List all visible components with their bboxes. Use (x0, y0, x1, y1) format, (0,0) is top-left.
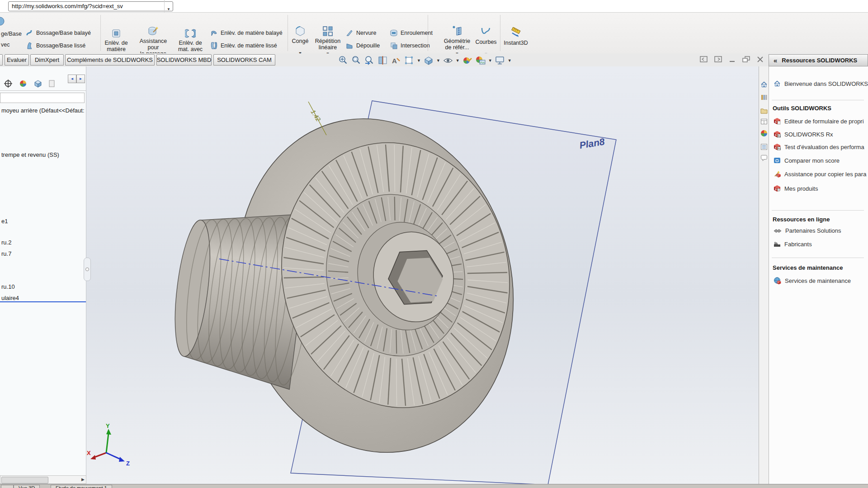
tab-solidworks-cam[interactable]: SOLIDWORKS CAM (213, 54, 275, 66)
solution-partners-link[interactable]: Partenaires Solutions (774, 227, 841, 234)
cut-swept-button[interactable]: Enlèv. de matière balayé (210, 28, 283, 38)
view-settings-button[interactable] (495, 55, 505, 66)
close-button[interactable] (757, 56, 764, 63)
section-view-button[interactable] (377, 55, 388, 66)
tab-complements[interactable]: Compléments de SOLIDWORKS (65, 54, 155, 66)
property-tab-builder-link[interactable]: Editeur de formulaire de propri (774, 117, 864, 125)
reference-geometry-button[interactable]: Géométrie de référ... ▼ (442, 25, 472, 56)
rib-icon (345, 29, 354, 37)
features-ribbon: ge/Base vec ution Bossage/Base balayé Bo… (0, 13, 868, 54)
curves-icon (480, 26, 492, 38)
ribbon-clipped-line2[interactable]: vec (1, 40, 9, 50)
taskpane-collapse-button[interactable]: « (774, 56, 777, 64)
fillet-button[interactable]: Congé ▼ (289, 25, 311, 56)
apply-scene-button[interactable] (475, 55, 486, 66)
browser-address-row: http://my.solidworks.com/mfg/?scid=ext_s… (0, 0, 868, 13)
my-products-link[interactable]: Mes produits (774, 185, 818, 192)
tree-item-selected[interactable]: ulaire4 (1, 295, 19, 301)
divider (164, 0, 165, 12)
tab-evaluer[interactable]: Evaluer (5, 54, 29, 66)
taskpane-resources-icon[interactable] (760, 81, 768, 88)
zoom-to-fit-button[interactable] (338, 55, 349, 66)
tab-clipped[interactable] (49, 80, 55, 88)
instant3d-button[interactable]: Instant3D (502, 27, 530, 46)
tools-section-header: Outils SOLIDWORKS (773, 105, 831, 112)
zoom-to-area-button[interactable] (351, 55, 362, 66)
tree-item-material[interactable]: trempe et revenu (SS) (1, 151, 59, 158)
view-settings-dropdown[interactable]: ▼ (508, 59, 512, 63)
solidworks-rx-link[interactable]: Rx SOLIDWORKS Rx (774, 131, 833, 138)
linear-pattern-button[interactable]: Répétition linéaire ▼ (313, 25, 343, 56)
curves-button[interactable]: Courbes ▼ (474, 26, 498, 56)
tab-solidworks-mbd[interactable]: SOLIDWORKS MBD (156, 54, 212, 66)
draft-button[interactable]: Dépouille (345, 41, 380, 51)
view-orientation-dropdown[interactable]: ▼ (417, 59, 421, 63)
tree-filter-field[interactable] (0, 93, 85, 103)
copy-settings-icon (774, 170, 781, 178)
file-explorer-icon[interactable] (760, 107, 768, 114)
tab-displaymanager[interactable] (19, 80, 27, 88)
subscription-services-link[interactable]: Services de maintenance (774, 277, 851, 285)
model-tab-stub[interactable] (1, 485, 14, 488)
apply-scene-dropdown[interactable]: ▼ (488, 59, 492, 63)
compare-score-link[interactable]: Comparer mon score (774, 157, 840, 164)
boss-loft-button[interactable]: Bossage/Base lissé (25, 41, 85, 51)
axis-y-label: Y (106, 422, 110, 429)
tab-configurationmanager[interactable] (33, 79, 42, 88)
hide-show-items-dropdown[interactable]: ▼ (456, 59, 460, 63)
address-dropdown-icon[interactable]: ▼ (167, 5, 170, 11)
tree-item[interactable]: e1 (1, 218, 8, 225)
tree-item[interactable]: ru.7 (1, 250, 11, 257)
view-orientation-button[interactable] (404, 55, 415, 66)
tree-item[interactable]: ru.10 (1, 283, 15, 290)
taskpane-header: « Ressources SOLIDWORKS (769, 54, 868, 66)
restore-button[interactable] (742, 56, 750, 63)
forum-icon[interactable] (760, 154, 768, 161)
address-bar[interactable]: http://my.solidworks.com/mfg/?scid=ext_s… (8, 1, 173, 11)
annotation-views-button[interactable]: A (391, 55, 401, 66)
cut-loft-button[interactable]: Enlèv. de matière lissé (210, 41, 277, 51)
view-palette-icon[interactable] (760, 118, 768, 125)
manufacturers-link[interactable]: Fabricants (774, 240, 812, 248)
display-style-dropdown[interactable]: ▼ (436, 59, 440, 63)
graphics-area[interactable]: Plan8 1.42 (86, 66, 769, 484)
lofted-cut-icon (210, 42, 218, 50)
tree-forward-button[interactable]: ► (76, 75, 85, 83)
tab-motion-study[interactable]: Etude de mouvement 1 (51, 485, 112, 488)
dimension-value[interactable]: 1.42 (309, 108, 322, 123)
tree-back-button[interactable]: ◄ (68, 75, 76, 83)
welcome-link[interactable]: Bienvenue dans SOLIDWORKS (774, 80, 868, 87)
linear-pattern-icon (322, 25, 334, 37)
scrollbar-thumb[interactable] (1, 477, 48, 483)
performance-test-link[interactable]: Px Test d'évaluation des performa (774, 143, 864, 150)
ribbon-clipped-line1[interactable]: ge/Base (1, 29, 22, 39)
svg-text:Px: Px (778, 147, 781, 150)
minimize-button[interactable] (729, 56, 736, 63)
address-url: http://my.solidworks.com/mfg/?scid=ext_s… (12, 3, 123, 9)
hide-show-items-button[interactable] (443, 55, 453, 66)
copy-settings-wizard-link[interactable]: Assistance pour copier les para (774, 170, 866, 178)
design-library-icon[interactable] (760, 94, 768, 101)
tree-item[interactable]: ru.2 (1, 239, 11, 246)
tree-root-part[interactable]: moyeu arrière (Défaut<<Défaut: (1, 107, 85, 114)
tab-clipped[interactable] (0, 54, 3, 66)
rib-button[interactable]: Nervure (345, 28, 376, 38)
edit-appearance-button[interactable] (462, 55, 473, 66)
appearances-icon[interactable] (760, 130, 768, 137)
collapse-pane-right-button[interactable] (714, 56, 722, 63)
panel-splitter-handle[interactable] (84, 258, 91, 281)
display-style-button[interactable] (423, 55, 434, 66)
scrollbar-right-arrow[interactable]: ▶ (81, 477, 85, 482)
tab-vue-3d[interactable]: Vue 3D (14, 485, 40, 488)
previous-view-button[interactable] (364, 55, 375, 66)
tab-featuremanager[interactable] (4, 79, 13, 88)
tab-dimxpert[interactable]: DimXpert (30, 54, 64, 66)
custom-properties-icon[interactable] (760, 143, 768, 150)
tree-horizontal-scrollbar[interactable]: ▶ (0, 475, 86, 484)
clipped-ribbon-icon[interactable] (0, 16, 6, 26)
boss-swept-button[interactable]: Bossage/Base balayé (25, 28, 91, 38)
splitter-dot (85, 267, 89, 271)
wrap-button[interactable]: Enroulement (390, 28, 433, 38)
collapse-pane-left-button[interactable] (700, 56, 708, 63)
intersect-button[interactable]: Intersection (390, 41, 430, 51)
